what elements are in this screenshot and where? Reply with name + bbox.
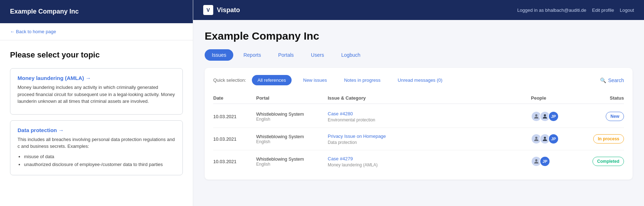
topic-card-data-protection: Data protection → This includes all brea… <box>10 120 183 175</box>
col-people: People <box>531 95 581 101</box>
row3-portal-lang: English <box>256 162 328 167</box>
left-panel: Example Company Inc ← Back to home page … <box>0 0 193 206</box>
svg-point-1 <box>544 114 546 116</box>
list-item: unauthorized disclosure of employee-/cus… <box>24 161 175 169</box>
avatar: JP <box>548 111 559 122</box>
topic-money-laundering-title[interactable]: Money laundering (AMLA) → <box>18 75 175 81</box>
svg-point-3 <box>544 137 546 139</box>
right-panel: V Vispato Logged in as bhalbach@auditi.d… <box>193 0 644 206</box>
list-item: misuse of data <box>24 153 175 161</box>
topbar-user: Logged in as bhalbach@auditi.de Edit pro… <box>517 7 634 13</box>
row2-status: In process <box>581 134 624 144</box>
tab-users[interactable]: Users <box>304 49 331 61</box>
qs-unread-messages[interactable]: Unread messages (0) <box>392 75 448 85</box>
row3-portal-name: Whistleblowing System <box>256 156 328 162</box>
row1-portal-name: Whistleblowing System <box>256 111 328 117</box>
avatar: JP <box>540 156 550 167</box>
back-link-text[interactable]: ← Back to home page <box>10 29 56 34</box>
search-label[interactable]: Search <box>608 77 624 83</box>
qs-all-references[interactable]: All references <box>252 75 292 85</box>
qs-new-issues[interactable]: New issues <box>297 75 332 85</box>
topbar: V Vispato Logged in as bhalbach@auditi.d… <box>193 0 644 20</box>
topic-card-money-laundering: Money laundering (AMLA) → Money launderi… <box>10 68 183 115</box>
logged-in-text: Logged in as bhalbach@auditi.de <box>517 7 586 13</box>
select-topic-title: Please select your topic <box>10 50 183 60</box>
svg-point-4 <box>535 159 537 161</box>
status-badge: Completed <box>592 157 624 166</box>
left-content: Please select your topic Money launderin… <box>0 40 193 206</box>
col-portal: Portal <box>256 95 328 101</box>
tab-portals[interactable]: Portals <box>271 49 301 61</box>
row3-people: JP <box>531 156 581 167</box>
tab-issues[interactable]: Issues <box>205 49 233 61</box>
search-icon: 🔍 <box>600 77 606 83</box>
quick-selection: Quick selection: All references New issu… <box>213 75 624 85</box>
row1-portal: Whistleblowing System English <box>256 111 328 122</box>
row1-people: JP <box>531 111 581 122</box>
row2-portal-lang: English <box>256 139 328 144</box>
tab-reports[interactable]: Reports <box>236 49 268 61</box>
brand: V Vispato <box>203 5 240 15</box>
brand-logo-text: V <box>206 7 210 13</box>
table-row: 10.03.2021 Whistleblowing System English… <box>213 128 624 150</box>
brand-logo: V <box>203 5 213 15</box>
row3-status: Completed <box>581 157 624 166</box>
row2-issue-category: Data protection <box>328 140 531 145</box>
topic-data-protection-desc: This includes all breaches involving per… <box>18 136 175 150</box>
brand-name: Vispato <box>217 6 240 14</box>
row2-portal: Whistleblowing System English <box>256 134 328 144</box>
back-link[interactable]: ← Back to home page <box>0 23 193 40</box>
col-issue: Issue & Category <box>328 95 531 101</box>
topic-data-protection-list: misuse of data unauthorized disclosure o… <box>18 153 175 169</box>
row1-issue-link[interactable]: Case #4280 <box>328 111 353 116</box>
status-badge: New <box>606 112 624 121</box>
row2-issue: Privacy Issue on Homepage Data protectio… <box>328 133 531 145</box>
col-date: Date <box>213 95 256 101</box>
row3-issue-link[interactable]: Case #4279 <box>328 156 353 161</box>
row1-status: New <box>581 112 624 121</box>
row2-portal-name: Whistleblowing System <box>256 134 328 139</box>
tab-logbuch[interactable]: Logbuch <box>334 49 368 61</box>
left-header: Example Company Inc <box>0 0 193 23</box>
table-row: 10.03.2021 Whistleblowing System English… <box>213 150 624 172</box>
col-status: Status <box>581 95 624 101</box>
row1-issue: Case #4280 Environmental protection <box>328 110 531 122</box>
table-row: 10.03.2021 Whistleblowing System English… <box>213 105 624 128</box>
row3-issue-category: Money laundering (AMLA) <box>328 162 531 167</box>
status-badge: In process <box>593 134 624 144</box>
row3-portal: Whistleblowing System English <box>256 156 328 167</box>
search-button[interactable]: 🔍 Search <box>600 77 624 83</box>
topic-data-protection-title[interactable]: Data protection → <box>18 127 175 133</box>
svg-point-0 <box>535 114 537 116</box>
row2-people: JP <box>531 134 581 144</box>
row1-issue-category: Environmental protection <box>328 117 531 122</box>
avatar: JP <box>548 134 559 144</box>
main-content: Example Company Inc Issues Reports Porta… <box>193 20 644 206</box>
tabs: Issues Reports Portals Users Logbuch <box>205 49 633 61</box>
table-header: Date Portal Issue & Category People Stat… <box>213 92 624 104</box>
issues-panel: Quick selection: All references New issu… <box>205 68 633 180</box>
row2-date: 10.03.2021 <box>213 136 256 142</box>
row2-issue-link[interactable]: Privacy Issue on Homepage <box>328 134 386 139</box>
logout-link[interactable]: Logout <box>620 7 634 13</box>
row3-issue: Case #4279 Money laundering (AMLA) <box>328 155 531 167</box>
svg-point-2 <box>535 137 537 139</box>
left-company-name: Example Company Inc <box>10 8 79 15</box>
row1-portal-lang: English <box>256 117 328 122</box>
topic-money-laundering-desc: Money laundering includes any activity i… <box>18 84 175 105</box>
qs-notes-in-progress[interactable]: Notes in progress <box>338 75 386 85</box>
row3-date: 10.03.2021 <box>213 159 256 164</box>
edit-profile-link[interactable]: Edit profile <box>592 7 614 13</box>
qs-label: Quick selection: <box>213 77 246 83</box>
main-company-title: Example Company Inc <box>205 30 633 42</box>
row1-date: 10.03.2021 <box>213 114 256 119</box>
